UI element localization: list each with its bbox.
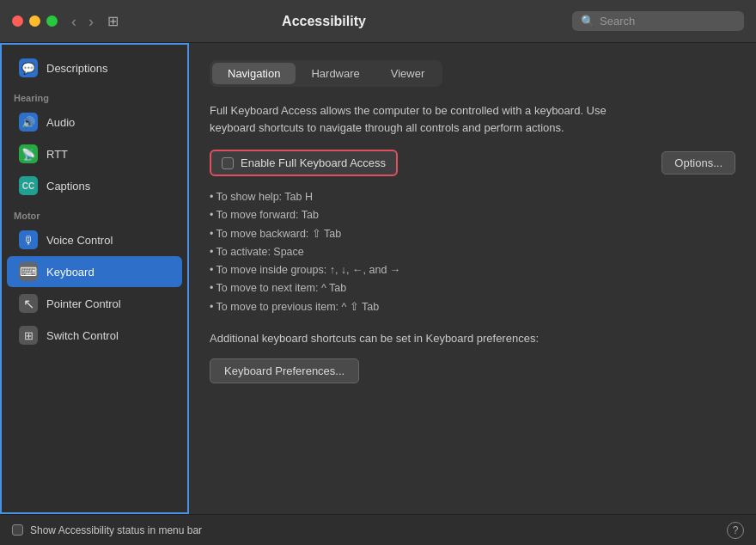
pointer-control-icon: ↖ — [19, 294, 38, 313]
accessibility-status-label: Show Accessibility status in menu bar — [30, 524, 202, 536]
rtt-icon: 📡 — [19, 144, 38, 163]
audio-icon: 🔊 — [19, 113, 38, 132]
hearing-section-label: Hearing — [2, 84, 187, 106]
shortcut-item-1: • To move forward: Tab — [210, 206, 735, 224]
voice-control-icon: 🎙 — [19, 230, 38, 249]
minimize-button[interactable] — [29, 15, 40, 27]
keyboard-preferences-button[interactable]: Keyboard Preferences... — [210, 358, 359, 383]
main-layout: 💬 Descriptions Hearing 🔊 Audio 📡 RTT CC … — [0, 43, 756, 514]
options-button[interactable]: Options... — [662, 151, 735, 175]
shortcut-item-4: • To move inside groups: ↑, ↓, ←, and → — [210, 261, 735, 279]
tabs: Navigation Hardware Viewer — [210, 60, 442, 87]
switch-control-icon: ⊞ — [19, 326, 38, 345]
sidebar-item-keyboard[interactable]: ⌨ Keyboard — [7, 256, 182, 287]
bottom-bar: Show Accessibility status in menu bar ? — [0, 514, 756, 545]
maximize-button[interactable] — [46, 15, 58, 27]
enable-label: Enable Full Keyboard Access — [241, 156, 386, 169]
shortcut-list: • To show help: Tab H • To move forward:… — [210, 188, 735, 316]
sidebar: 💬 Descriptions Hearing 🔊 Audio 📡 RTT CC … — [0, 43, 189, 514]
shortcut-item-2: • To move backward: ⇧ Tab — [210, 225, 735, 243]
sidebar-item-rtt[interactable]: 📡 RTT — [7, 138, 182, 169]
additional-text: Additional keyboard shortcuts can be set… — [210, 330, 588, 347]
content-area: Navigation Hardware Viewer Full Keyboard… — [189, 43, 756, 514]
titlebar: ‹ › ⊞ Accessibility 🔍 — [0, 0, 756, 43]
descriptions-icon: 💬 — [19, 58, 38, 77]
sidebar-item-captions[interactable]: CC Captions — [7, 170, 182, 201]
search-input[interactable] — [600, 15, 735, 28]
shortcut-item-5: • To move to next item: ^ Tab — [210, 279, 735, 297]
tab-viewer[interactable]: Viewer — [375, 63, 441, 84]
shortcut-item-6: • To move to previous item: ^ ⇧ Tab — [210, 298, 735, 316]
traffic-lights — [12, 15, 58, 27]
accessibility-status-checkbox[interactable] — [12, 524, 23, 536]
enable-checkbox[interactable] — [222, 157, 234, 169]
sidebar-item-descriptions[interactable]: 💬 Descriptions — [7, 52, 182, 83]
tab-hardware[interactable]: Hardware — [296, 63, 375, 84]
sidebar-item-switch-control[interactable]: ⊞ Switch Control — [7, 320, 182, 351]
sidebar-item-pointer-control[interactable]: ↖ Pointer Control — [7, 288, 182, 319]
close-button[interactable] — [12, 15, 23, 27]
page-title: Accessibility — [76, 14, 572, 29]
motor-section-label: Motor — [2, 202, 187, 224]
description-text: Full Keyboard Access allows the computer… — [210, 102, 622, 136]
sidebar-item-voice-control[interactable]: 🎙 Voice Control — [7, 224, 182, 255]
keyboard-icon: ⌨ — [19, 262, 38, 281]
search-icon: 🔍 — [581, 15, 594, 28]
help-button[interactable]: ? — [727, 522, 744, 539]
shortcut-item-0: • To show help: Tab H — [210, 188, 735, 206]
captions-icon: CC — [19, 176, 38, 195]
enable-row: Enable Full Keyboard Access Options... — [210, 150, 735, 176]
tab-navigation[interactable]: Navigation — [212, 63, 296, 84]
search-bar[interactable]: 🔍 — [572, 11, 744, 31]
sidebar-item-audio[interactable]: 🔊 Audio — [7, 107, 182, 138]
enable-checkbox-group[interactable]: Enable Full Keyboard Access — [210, 150, 398, 176]
shortcut-item-3: • To activate: Space — [210, 243, 735, 261]
